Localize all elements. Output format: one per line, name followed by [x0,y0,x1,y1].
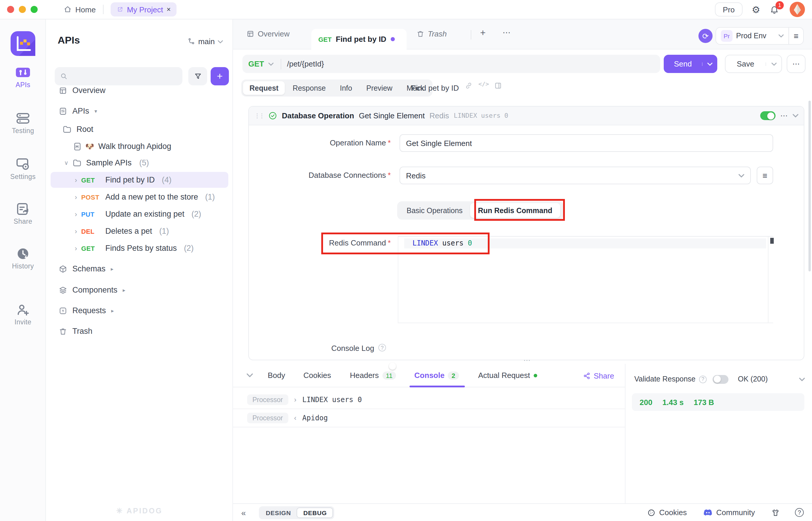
step-more-icon[interactable]: ⋯ [780,111,788,120]
avatar[interactable] [790,2,805,17]
sidebar-title: APIs [58,35,80,46]
chevron-right-icon[interactable]: › [75,227,77,235]
main-scrollbar[interactable] [809,101,811,271]
design-tab[interactable]: DESIGN [260,507,297,518]
panel-resize-handle[interactable]: ⋯ [520,356,534,364]
subtab-info[interactable]: Info [333,81,359,95]
enabled-check-icon[interactable] [268,111,277,120]
minimize-window-button[interactable] [19,6,26,13]
url-value[interactable]: /pet/{petId} [287,60,324,68]
endpoint-find-pet-by-id[interactable]: › GET Find pet by ID (4) [51,172,228,188]
environment-selector[interactable]: Pr Prod Env ≡ [716,27,804,45]
step-enabled-toggle[interactable] [760,111,775,120]
pro-plan-badge[interactable]: Pro [715,2,742,17]
endpoint-update-pet[interactable]: › PUT Update an existing pet (2) [51,206,228,222]
console-log-help-icon[interactable]: ? [378,344,386,352]
console-row[interactable]: Processor ‹ Apidog [233,409,625,427]
sync-button[interactable]: ⟳ [698,29,713,43]
validate-response-toggle[interactable] [713,375,729,384]
zoom-window-button[interactable] [31,6,38,13]
drag-handle-icon[interactable]: ⋮⋮ [254,112,264,119]
sidebar-item-requests[interactable]: Requests ▸ [46,302,233,318]
cookies-button[interactable]: Cookies [648,508,687,517]
subtab-preview[interactable]: Preview [360,81,399,95]
send-button[interactable]: Send [664,55,717,73]
tree-folder-root[interactable]: Root [51,121,228,137]
request-url-bar[interactable]: GET /pet/{petId} [242,55,660,73]
editor-scrollbar-thumb[interactable] [770,238,774,244]
rail-item-apis[interactable]: APIs [0,66,46,88]
rail-item-settings[interactable]: Settings [0,158,46,180]
collapse-step-icon[interactable] [793,114,798,118]
chevron-expanded-icon[interactable]: ∨ [64,160,69,166]
operation-card-header[interactable]: ⋮⋮ Database Operation Get Single Element… [249,107,804,126]
chevron-down-icon[interactable] [799,377,805,381]
community-button[interactable]: Community [703,508,755,517]
tab-basic-operations[interactable]: Basic Operations [399,203,470,218]
manage-connections-button[interactable]: ≡ [757,166,773,184]
sidebar-item-apis[interactable]: APIs ▾ [46,103,233,119]
tab-body[interactable]: Body [268,371,285,380]
tab-cookies[interactable]: Cookies [303,371,331,380]
close-window-button[interactable] [7,6,14,13]
sidebar-item-schemas[interactable]: Schemas ▸ [46,261,233,277]
apidog-logo[interactable] [10,31,35,56]
tab-console[interactable]: Console2 [414,371,459,380]
operation-name-input[interactable]: Get Single Element [400,134,773,152]
home-button[interactable]: Home [64,5,96,14]
console-row[interactable]: Processor › LINDEX users 0 [233,391,625,409]
notifications-button[interactable]: 1 [770,5,779,14]
chevron-right-icon[interactable]: › [75,176,77,184]
endpoint-find-pets-by-status[interactable]: › GET Finds Pets by status (2) [51,240,228,256]
branch-switcher[interactable]: main [188,37,223,46]
rail-item-invite[interactable]: Invite [0,303,46,325]
caret-right-icon[interactable]: ▸ [123,287,125,293]
code-icon[interactable]: </> [478,81,489,87]
endpoint-add-new-pet[interactable]: › POST Add a new pet to the store (1) [51,189,228,205]
caret-right-icon[interactable]: ▸ [111,308,114,314]
endpoint-delete-pet[interactable]: › DEL Deletes a pet (1) [51,223,228,239]
sidebar-item-overview[interactable]: Overview [46,83,233,98]
settings-gear-button[interactable]: ⚙ [752,4,760,15]
sidebar-item-trash[interactable]: Trash [46,323,233,339]
chevron-down-icon[interactable] [707,62,713,66]
rail-item-testing[interactable]: Testing [0,112,46,134]
request-more-button[interactable]: ⋯ [787,55,806,73]
sidebar-item-components[interactable]: Components ▸ [46,282,233,298]
tree-doc-walkthrough[interactable]: 🐶 Walk through Apidog [51,138,228,154]
validate-help-icon[interactable]: ? [699,375,707,383]
database-connections-select[interactable]: Redis [400,166,751,184]
link-icon[interactable] [465,82,473,89]
tab-headers[interactable]: Headers11 [350,371,396,380]
close-project-tab-icon[interactable]: × [167,5,171,14]
method-select[interactable]: GET [248,60,264,68]
chevron-right-icon[interactable]: › [75,210,77,218]
rail-item-share[interactable]: Share [0,203,46,225]
chevron-down-icon[interactable] [771,62,777,66]
collapse-panel-icon[interactable] [246,373,253,377]
swag-shirt-icon[interactable] [771,508,780,517]
tab-actual-request[interactable]: Actual Request [478,371,537,380]
rail-item-history[interactable]: History [0,247,46,270]
env-menu-icon[interactable]: ≡ [794,31,798,41]
response-status-select[interactable]: OK (200) [738,375,768,383]
project-tab[interactable]: My Project × [110,2,176,17]
caret-right-icon[interactable]: ▸ [111,266,114,272]
debug-tab[interactable]: DEBUG [297,507,333,518]
caret-down-icon[interactable]: ▾ [94,108,97,114]
tree-folder-sample-apis[interactable]: ∨ Sample APIs (5) [51,155,228,171]
save-button[interactable]: Save [725,55,782,73]
layout-columns-icon[interactable] [494,82,502,89]
tab-overview[interactable]: Overview [246,29,289,38]
collapse-sidebar-icon[interactable]: « [241,508,246,517]
chevron-right-icon[interactable]: › [75,244,77,252]
subtab-request[interactable]: Request [243,81,285,95]
tab-more-button[interactable]: ⋯ [502,28,511,37]
help-button[interactable]: ? [795,508,804,517]
tab-trash[interactable]: Trash [416,29,447,38]
share-response-button[interactable]: Share [583,364,614,387]
tab-find-pet-by-id[interactable]: GET Find pet by ID [311,29,407,49]
new-tab-button[interactable]: + [480,28,486,38]
subtab-response[interactable]: Response [286,81,332,95]
chevron-right-icon[interactable]: › [75,193,77,201]
